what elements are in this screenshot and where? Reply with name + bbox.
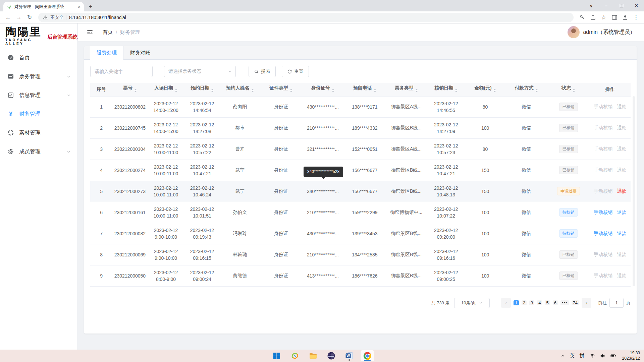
- prev-page-button[interactable]: ‹: [501, 298, 511, 308]
- url-text[interactable]: 8.134.11.180:3011/financial: [69, 15, 126, 20]
- sort-caret-icon[interactable]: [493, 87, 496, 94]
- sort-caret-icon[interactable]: [573, 87, 575, 94]
- cell-id-number[interactable]: 321***********...: [302, 138, 343, 160]
- cell-id-number[interactable]: 210***********...: [302, 117, 343, 138]
- sidebar-item-material[interactable]: 素材管理: [0, 123, 77, 142]
- column-header[interactable]: 预约人姓名: [220, 83, 260, 96]
- manual-verify-action[interactable]: 手动核销: [594, 125, 612, 130]
- browser-tab[interactable]: 财务管理 - 陶阳里管理系统 ×: [3, 2, 84, 11]
- sidebar-item-information[interactable]: 信息管理: [0, 86, 77, 105]
- cell-id-number[interactable]: 413***********...: [302, 265, 343, 286]
- tab-1[interactable]: 财务对账: [123, 46, 157, 59]
- column-header[interactable]: 票号: [112, 83, 148, 96]
- manual-verify-action[interactable]: 手动核销: [594, 231, 612, 236]
- page-button-5[interactable]: 5: [545, 300, 550, 305]
- taskbar-windows-start-icon[interactable]: [270, 350, 283, 361]
- cell-id-number[interactable]: 340***********...: [302, 181, 343, 202]
- sort-caret-icon[interactable]: [211, 87, 214, 94]
- next-page-button[interactable]: ›: [582, 298, 591, 308]
- profile-icon[interactable]: [620, 14, 631, 21]
- column-header[interactable]: 证件类型: [260, 83, 302, 96]
- sidebar-item-members[interactable]: 成员管理: [0, 142, 77, 161]
- manual-verify-action[interactable]: 手动核销: [594, 104, 612, 109]
- column-header[interactable]: 核销日期: [427, 83, 465, 96]
- tray-chevron-up-icon[interactable]: [558, 353, 568, 358]
- back-icon[interactable]: ←: [3, 14, 13, 21]
- refund-action[interactable]: 退款: [617, 125, 626, 130]
- refund-action[interactable]: 退款: [617, 146, 626, 152]
- taskbar-navicat-icon[interactable]: [288, 350, 302, 361]
- refund-action[interactable]: 退款: [617, 209, 626, 215]
- sort-caret-icon[interactable]: [455, 87, 458, 94]
- ime-lang-en[interactable]: 英: [568, 353, 577, 359]
- tab-close-icon[interactable]: ×: [78, 4, 80, 9]
- manual-verify-action[interactable]: 手动核销: [594, 273, 612, 278]
- sort-caret-icon[interactable]: [332, 87, 334, 94]
- address-bar[interactable]: 不安全 8.134.11.180:3011/financial: [38, 13, 574, 22]
- sidebar-item-ticketing[interactable]: 票务管理: [0, 67, 77, 86]
- refund-action[interactable]: 退款: [617, 188, 626, 194]
- column-header[interactable]: 金额(元): [465, 83, 505, 96]
- volume-icon[interactable]: [597, 353, 608, 359]
- table-scrollbar[interactable]: [633, 96, 635, 286]
- cell-id-number[interactable]: 430***********...: [302, 223, 343, 244]
- ticket-status-select[interactable]: 请选择票务状态: [164, 66, 236, 77]
- sidebar-item-home[interactable]: 首页: [0, 48, 77, 67]
- manual-verify-action[interactable]: 手动核销: [594, 146, 612, 152]
- page-button-3[interactable]: 3: [529, 300, 534, 305]
- page-button-1[interactable]: 1: [514, 300, 519, 305]
- refund-action[interactable]: 退款: [617, 104, 626, 109]
- sort-caret-icon[interactable]: [251, 87, 254, 94]
- keyword-input[interactable]: [90, 66, 153, 77]
- page-button-74[interactable]: 74: [572, 300, 579, 305]
- sidebar-item-finance[interactable]: ¥财务管理: [0, 105, 77, 123]
- taskbar-word-icon[interactable]: W: [342, 350, 356, 361]
- star-icon[interactable]: ☆: [598, 14, 609, 21]
- cell-id-number[interactable]: 210***********...: [302, 244, 343, 265]
- refund-action[interactable]: 退款: [617, 252, 626, 257]
- key-icon[interactable]: [577, 14, 588, 20]
- page-ellipsis[interactable]: •••: [560, 300, 569, 305]
- column-header[interactable]: 预约日期: [184, 83, 220, 96]
- manual-verify-action[interactable]: 手动核销: [594, 209, 612, 215]
- sort-caret-icon[interactable]: [535, 87, 538, 94]
- cell-id-number[interactable]: 210***********...: [302, 202, 343, 223]
- window-close-icon[interactable]: ×: [629, 3, 644, 9]
- column-header[interactable]: 入场日期: [148, 83, 184, 96]
- battery-icon[interactable]: [608, 353, 619, 359]
- ime-lang-pinyin[interactable]: 拼: [577, 353, 587, 359]
- window-minimize-icon[interactable]: −: [599, 3, 614, 8]
- side-panel-icon[interactable]: [609, 14, 620, 20]
- cell-id-number[interactable]: 430***********...: [302, 96, 343, 117]
- sort-caret-icon[interactable]: [374, 87, 376, 94]
- sort-caret-icon[interactable]: [175, 87, 177, 94]
- manual-verify-action[interactable]: 手动核销: [594, 188, 612, 194]
- column-header[interactable]: 身份证号: [302, 83, 343, 96]
- column-header[interactable]: 预留电话: [344, 83, 386, 96]
- forward-icon[interactable]: →: [13, 14, 24, 21]
- column-header[interactable]: 票务类型: [386, 83, 427, 96]
- browser-menu-icon[interactable]: ⋮: [631, 14, 641, 21]
- search-button[interactable]: 搜索: [249, 66, 276, 77]
- user-menu[interactable]: admin（系统管理员）: [568, 26, 635, 38]
- window-maximize-icon[interactable]: [614, 3, 629, 8]
- page-button-4[interactable]: 4: [537, 300, 542, 305]
- wifi-icon[interactable]: [587, 353, 597, 359]
- sort-caret-icon[interactable]: [134, 87, 137, 94]
- taskbar-eclipse-icon[interactable]: [324, 350, 338, 361]
- new-tab-button[interactable]: +: [86, 2, 95, 11]
- reset-button[interactable]: 重置: [282, 66, 309, 77]
- column-header[interactable]: 状态: [547, 83, 590, 96]
- sort-caret-icon[interactable]: [290, 87, 292, 94]
- page-button-6[interactable]: 6: [553, 300, 558, 305]
- breadcrumb-home[interactable]: 首页: [103, 29, 113, 36]
- refund-action[interactable]: 退款: [617, 231, 626, 236]
- page-button-2[interactable]: 2: [522, 300, 527, 305]
- refund-action[interactable]: 退款: [617, 167, 626, 173]
- goto-page-input[interactable]: [609, 298, 624, 308]
- tab-0[interactable]: 退费处理: [90, 46, 123, 60]
- reload-icon[interactable]: ↻: [24, 14, 35, 21]
- window-chevron-icon[interactable]: ∨: [584, 3, 599, 8]
- share-icon[interactable]: [588, 14, 598, 20]
- manual-verify-action[interactable]: 手动核销: [594, 252, 612, 257]
